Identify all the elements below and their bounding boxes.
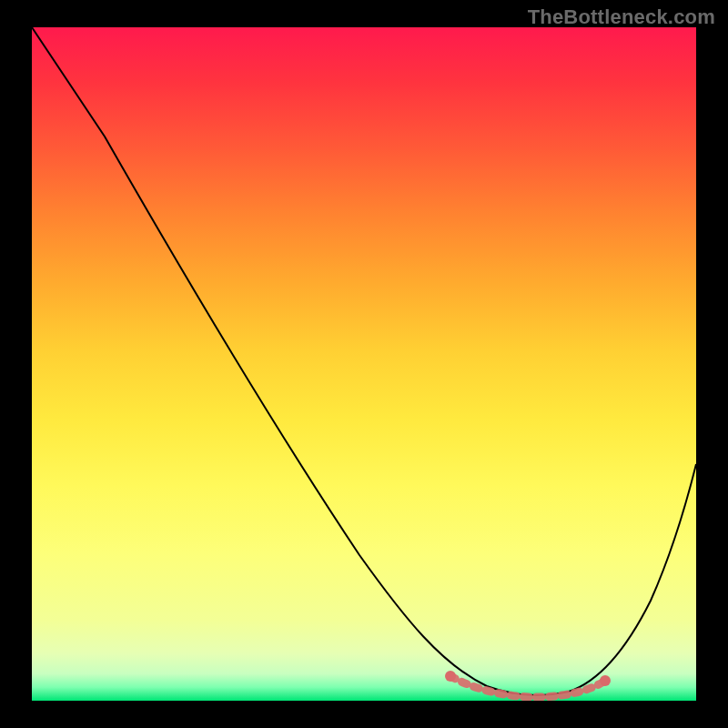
plot-area	[32, 27, 696, 701]
watermark-label: TheBottleneck.com	[528, 5, 715, 29]
bottleneck-curve	[32, 27, 696, 695]
optimal-range-start-dot	[445, 671, 456, 682]
chart-frame: TheBottleneck.com	[0, 0, 728, 728]
chart-overlay	[32, 27, 696, 701]
optimal-range-end-dot	[600, 675, 611, 686]
